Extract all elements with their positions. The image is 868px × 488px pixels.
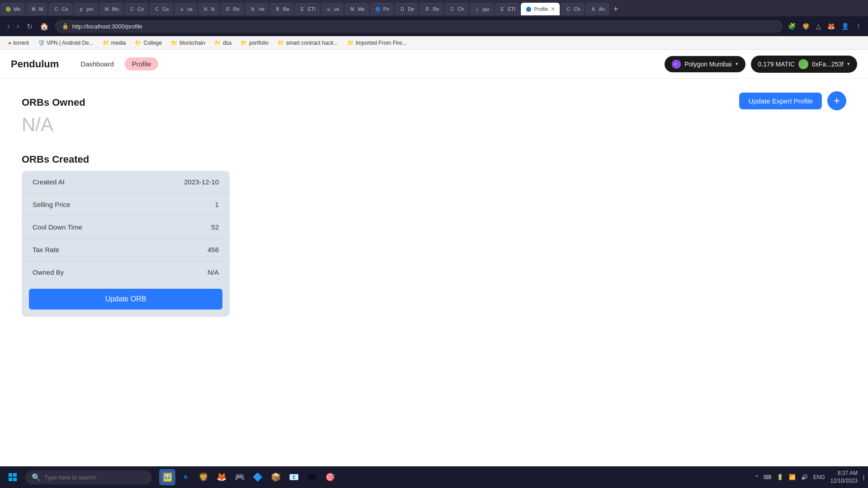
tab-co1[interactable]: C Co [48,3,72,15]
taskbar-app-brave[interactable]: 🦁 [195,469,212,485]
wallet-chevron: ▾ [847,61,850,67]
tab-ro[interactable]: R Ro [220,3,244,15]
tab-an[interactable]: A An [585,3,609,15]
tab-no[interactable]: N N [198,3,219,15]
folder-icon-blockchain: 📁 [171,40,178,46]
update-expert-profile-button[interactable]: Update Expert Profile [739,93,822,109]
orb-value-created-at: 2023-12-10 [184,178,219,186]
browser-chrome: 🟢 Me M M C Co p prc M Mo C Co C Co u us [0,0,868,50]
tab-favicon-eti2: E [499,6,505,12]
profile-button[interactable]: 👤 [840,21,851,32]
address-bar[interactable]: 🔒 http://localhost:3000/profile [55,20,783,33]
tab-eti2[interactable]: E ETI [495,3,520,15]
taskbar-app-outlook[interactable]: 📧 [286,469,302,485]
extensions-button[interactable]: 🧩 [786,21,797,32]
tab-me[interactable]: M Me [344,3,369,15]
nav-profile[interactable]: Profile [125,57,159,70]
tab-favicon-pri: 🔵 [375,6,381,12]
tab-jqu[interactable]: j jqu [469,3,494,15]
tab-prc[interactable]: p prc [74,3,98,15]
taskbar-app-misc4[interactable]: 🎯 [322,469,338,485]
tab-ne[interactable]: N 'ne [245,3,269,15]
taskbar-search-input[interactable] [44,474,144,481]
tab-favicon-us1: u [179,6,185,12]
orb-value-cool-down: 52 [211,223,219,231]
nav-dashboard[interactable]: Dashboard [73,57,121,70]
orbs-created-section: ORBs Created Created At 2023-12-10 Selli… [22,154,846,317]
tab-bar: 🟢 Me M M C Co p prc M Mo C Co C Co u us [0,0,868,16]
brave-shield[interactable]: 🦁 [800,21,811,32]
bookmark-imported[interactable]: 📁 Imported From Fire... [344,39,410,47]
update-orb-button[interactable]: Update ORB [29,289,222,310]
wallet-info[interactable]: 0.179 MATIC 0xFa...253f ▾ [751,56,857,73]
tab-whatsapp[interactable]: 🟢 Me [0,3,25,15]
orb-row-created-at: Created At 2023-12-10 [22,171,230,193]
network-selector[interactable]: P Polygon Mumbai ▾ [665,56,745,72]
back-button[interactable]: ‹ [5,21,12,31]
tab-mo[interactable]: M Mo [99,3,123,15]
taskbar-volume-icon: 🔊 [801,474,808,480]
taskbar-app-misc3[interactable]: 📦 [268,469,284,485]
tab-re[interactable]: R Re [420,3,443,15]
brave-rewards[interactable]: △ [814,21,823,32]
orb-value-owned-by: N/A [208,268,219,276]
wallet-address: 0xFa...253f [812,61,844,68]
bookmark-blockchain[interactable]: 📁 blockchain [167,39,209,47]
bookmark-smart-contract[interactable]: 📁 smart contract hack... [274,39,342,47]
taskbar-app-files[interactable]: 🖼️ [159,469,175,485]
forward-button[interactable]: › [14,21,22,31]
bookmark-dsa[interactable]: 📁 dsa [211,39,235,47]
taskbar-search-box[interactable]: 🔍 [25,470,152,484]
tab-us1[interactable]: u us [174,3,197,15]
top-right-actions: Update Expert Profile + [739,91,846,110]
taskbar-app-vscode[interactable]: ✦ [177,469,193,485]
orbs-owned-value: N/A [22,114,846,136]
bookmark-vpn[interactable]: 🛡️ VPN | Android De... [34,39,97,47]
taskbar-notification-icon: ^ [755,474,758,480]
taskbar-app-misc1[interactable]: 🎮 [231,469,248,485]
folder-icon-college: 📁 [135,40,142,46]
bookmark-portfolio[interactable]: 📁 portfolio [237,39,272,47]
bookmark-college[interactable]: 📁 College [131,39,165,47]
bookmark-torrent[interactable]: ● torrent [5,39,33,47]
taskbar-app-word[interactable]: W [304,469,320,485]
orb-label-cool-down: Cool Down Time [33,223,82,231]
browser-actions: 🧩 🦁 △ 🦊 👤 ⋮ [786,21,863,32]
taskbar-app-firefox[interactable]: 🦊 [213,469,230,485]
tab-favicon-ba: B [274,6,281,12]
bookmark-media[interactable]: 📁 media [99,39,130,47]
taskbar-app-misc2[interactable]: 🔷 [250,469,266,485]
home-button[interactable]: 🏠 [37,21,52,32]
tab-co2[interactable]: C Co [124,3,148,15]
tab-gmail[interactable]: M M [26,3,47,15]
tab-close-icon[interactable]: ✕ [551,6,555,12]
folder-icon-dsa: 📁 [214,40,221,46]
tab-favicon-co2: C [129,6,135,12]
tab-profile-active[interactable]: 🔵 Profile ✕ [521,3,560,15]
orb-value-selling-price: 1 [215,201,219,208]
tab-us2[interactable]: u us [321,3,344,15]
orbs-owned-title: ORBs Owned [22,97,846,108]
tab-ba[interactable]: B Ba [270,3,293,15]
tab-co3[interactable]: C Co [149,3,173,15]
start-button[interactable] [4,468,22,486]
orb-label-tax-rate: Tax Rate [33,246,59,253]
tab-pri[interactable]: 🔵 Pri [370,3,394,15]
reload-button[interactable]: ↻ [24,21,35,32]
tab-favicon-ro: R [225,6,231,12]
taskbar-show-desktop[interactable]: | [863,474,864,480]
new-tab-button[interactable]: + [610,5,622,14]
tab-ch2[interactable]: C Ch [561,3,585,15]
tab-eti1[interactable]: E ETI [295,3,320,15]
brave-wallet[interactable]: 🦊 [826,21,837,32]
settings-button[interactable]: ⋮ [854,21,863,32]
tab-ch1[interactable]: C Ch [444,3,468,15]
tab-de[interactable]: D De [395,3,419,15]
lock-icon: 🔒 [62,23,69,29]
tab-favicon-gmail: M [30,6,37,12]
add-button[interactable]: + [827,91,846,110]
nav-buttons: ‹ › ↻ 🏠 [5,21,52,32]
orb-card: Created At 2023-12-10 Selling Price 1 Co… [22,171,230,317]
app-header: Pendulum Dashboard Profile P Polygon Mum… [0,50,868,79]
tab-favicon-re: R [424,6,430,12]
